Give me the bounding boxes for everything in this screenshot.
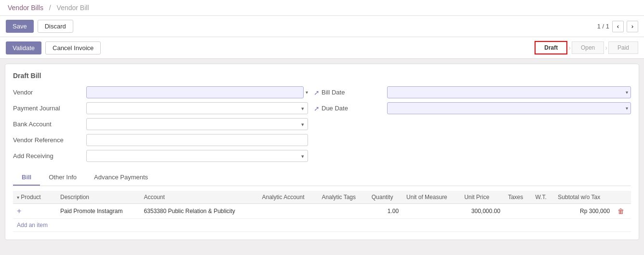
vendor-field-wrapper: 19205 - Accrued - Hotel Promotion ▾ xyxy=(86,86,308,98)
add-item-cell[interactable]: Add an item xyxy=(13,219,631,232)
tab-advance-payments[interactable]: Advance Payments xyxy=(85,170,157,186)
breadcrumb-separator: / xyxy=(49,4,51,12)
delete-row-icon[interactable]: 🗑 xyxy=(617,207,624,215)
bill-date-label-wrapper: ➚ Bill Date xyxy=(314,89,381,96)
vendor-input[interactable]: 19205 - Accrued - Hotel Promotion xyxy=(86,86,304,98)
status-actions: Validate Cancel Invoice xyxy=(6,41,101,54)
pagination-prev[interactable]: ‹ xyxy=(612,21,624,32)
vendor-dropdown-arrow[interactable]: ▾ xyxy=(306,90,308,95)
bill-date-link-icon[interactable]: ➚ xyxy=(314,89,320,96)
status-step-open: Open xyxy=(572,41,604,54)
add-item-row[interactable]: Add an item xyxy=(13,219,631,232)
payment-journal-input[interactable]: BCA-OUT (IDR) xyxy=(86,102,308,114)
col-header-unit-of-measure: Unit of Measure xyxy=(402,191,460,204)
row-delete[interactable]: 🗑 xyxy=(614,204,631,219)
add-receiving-wrapper xyxy=(86,150,308,162)
row-subtotal: Rp 300,000 xyxy=(554,204,614,219)
row-analytic-account[interactable] xyxy=(258,204,318,219)
payment-journal-label: Payment Journal xyxy=(13,105,80,112)
validate-button[interactable]: Validate xyxy=(6,41,41,54)
breadcrumb-bar: Vendor Bills / Vendor Bill xyxy=(0,0,644,16)
col-header-quantity: Quantity xyxy=(368,191,402,204)
status-steps: Draft › Open › Paid xyxy=(535,41,638,54)
col-header-analytic-account: Analytic Account xyxy=(258,191,318,204)
action-bar: Save Discard 1 / 1 ‹ › xyxy=(0,16,644,37)
status-step-paid: Paid xyxy=(608,41,638,54)
due-date-input[interactable]: 04/12/2022 xyxy=(387,102,631,114)
tab-bill[interactable]: Bill xyxy=(13,170,40,186)
add-receiving-label: Add Receiving xyxy=(13,152,80,160)
tabs-section: Bill Other Info Advance Payments ▾ Produ… xyxy=(13,170,631,232)
row-taxes[interactable] xyxy=(504,204,531,219)
row-plus-icon[interactable]: + xyxy=(17,207,21,215)
breadcrumb-current: Vendor Bill xyxy=(57,4,89,12)
col-header-wt: W.T. xyxy=(531,191,554,204)
tabs: Bill Other Info Advance Payments xyxy=(13,170,631,186)
col-header-product[interactable]: ▾ Product xyxy=(13,191,56,204)
pagination: 1 / 1 ‹ › xyxy=(597,21,638,32)
bill-date-input[interactable]: 04/12/2022 xyxy=(387,86,631,98)
row-unit-of-measure[interactable] xyxy=(402,204,460,219)
col-header-subtotal: Subtotal w/o Tax xyxy=(554,191,614,204)
bill-table: ▾ Product Description Account Analytic A… xyxy=(13,191,631,232)
vendor-reference-label: Vendor Reference xyxy=(13,136,80,144)
row-analytic-tags[interactable] xyxy=(318,204,368,219)
row-wt[interactable] xyxy=(531,204,554,219)
status-arrow-1: › xyxy=(568,44,571,52)
vendor-reference-input[interactable] xyxy=(86,134,308,146)
bank-account-wrapper xyxy=(86,118,308,130)
payment-journal-wrapper: BCA-OUT (IDR) xyxy=(86,102,308,114)
table-section: ▾ Product Description Account Analytic A… xyxy=(13,191,631,232)
due-date-link-icon[interactable]: ➚ xyxy=(314,105,320,112)
add-receiving-input[interactable] xyxy=(86,150,308,162)
vendor-label: Vendor xyxy=(13,89,80,96)
col-header-description: Description xyxy=(56,191,140,204)
table-row: + Paid Promote Instagram 6353380 Public … xyxy=(13,204,631,219)
row-quantity[interactable]: 1.00 xyxy=(368,204,402,219)
add-item-label[interactable]: Add an item xyxy=(17,222,48,228)
row-unit-price[interactable]: 300,000.00 xyxy=(460,204,504,219)
breadcrumb: Vendor Bills / Vendor Bill xyxy=(6,4,91,12)
draft-bill-title: Draft Bill xyxy=(13,72,631,80)
main-content: Draft Bill Vendor 19205 - Accrued - Hote… xyxy=(5,64,639,240)
discard-button[interactable]: Discard xyxy=(38,20,73,33)
due-date-label-wrapper: ➚ Due Date xyxy=(314,105,381,112)
col-header-unit-price: Unit Price xyxy=(460,191,504,204)
row-description[interactable]: Paid Promote Instagram xyxy=(56,204,140,219)
action-buttons: Save Discard xyxy=(6,20,73,33)
status-arrow-2: › xyxy=(605,44,607,52)
save-button[interactable]: Save xyxy=(6,20,34,33)
tab-other-info[interactable]: Other Info xyxy=(40,170,85,186)
status-step-draft: Draft xyxy=(535,41,567,54)
pagination-info: 1 / 1 xyxy=(597,23,609,30)
cancel-invoice-button[interactable]: Cancel Invoice xyxy=(45,41,101,54)
due-date-label: Due Date xyxy=(322,105,348,112)
bank-account-label: Bank Account xyxy=(13,121,80,128)
col-header-account: Account xyxy=(140,191,258,204)
row-account[interactable]: 6353380 Public Relation & Publicity xyxy=(140,204,258,219)
breadcrumb-parent[interactable]: Vendor Bills xyxy=(8,4,43,12)
col-header-actions xyxy=(614,191,631,204)
bill-date-wrapper: 04/12/2022 ▾ xyxy=(387,86,631,98)
row-plus[interactable]: + xyxy=(13,204,56,219)
table-header-row: ▾ Product Description Account Analytic A… xyxy=(13,191,631,204)
due-date-wrapper: 04/12/2022 ▾ xyxy=(387,102,631,114)
bill-date-label: Bill Date xyxy=(322,89,345,96)
status-bar: Validate Cancel Invoice Draft › Open › P… xyxy=(0,37,644,59)
bank-account-input[interactable] xyxy=(86,118,308,130)
col-header-analytic-tags: Analytic Tags xyxy=(318,191,368,204)
pagination-next[interactable]: › xyxy=(627,21,638,32)
col-header-taxes: Taxes xyxy=(504,191,531,204)
